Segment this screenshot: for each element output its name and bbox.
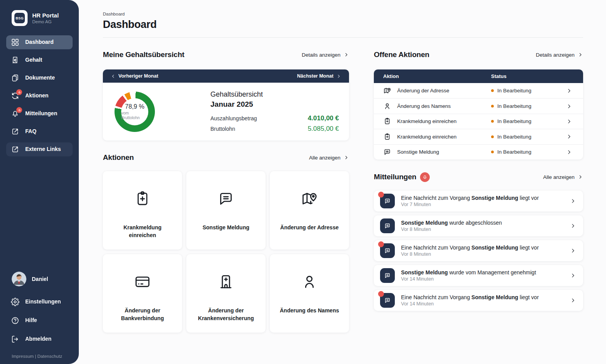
- sidebar-item-gehalt[interactable]: Gehalt: [6, 53, 73, 67]
- open-actions-details-link[interactable]: Details anzeigen: [536, 52, 583, 58]
- chevron-right-icon[interactable]: [566, 133, 572, 140]
- open-action-label: Änderung des Namens: [397, 103, 451, 109]
- open-action-row[interactable]: Krankmeldung einreichen In Bearbeitung: [374, 114, 583, 129]
- sidebar-footer-abmelden[interactable]: Abmelden: [6, 332, 73, 346]
- chevron-right-icon[interactable]: [566, 103, 572, 109]
- message-icon: [380, 218, 395, 233]
- previous-month-button[interactable]: Vorheriger Monat: [111, 73, 158, 79]
- action-card-krankmeldung-einreichen[interactable]: Krankmeldung einreichen: [103, 171, 182, 250]
- clipboard-plus-icon: [134, 190, 151, 208]
- chevron-left-icon: [111, 74, 116, 79]
- action-card-änderung-der-krankenversicherung[interactable]: Änderung der Krankenversicherung: [186, 254, 266, 333]
- message-icon: [380, 243, 395, 258]
- notifications-view-all-link[interactable]: Alle anzeigen: [543, 174, 583, 180]
- chevron-right-icon[interactable]: [566, 149, 572, 155]
- legal-text[interactable]: Impressum | Datenschutz: [12, 354, 62, 359]
- actions-section-title: Aktionen: [103, 153, 134, 162]
- nav-label: Aktionen: [25, 92, 49, 99]
- next-month-label: Nächster Monat: [297, 73, 333, 79]
- salary-row: Auszahlungsbetrag 4.010,00 €: [210, 114, 339, 122]
- action-card-sonstige-meldung[interactable]: Sonstige Meldung: [186, 171, 266, 250]
- status-dot-icon: [491, 120, 494, 123]
- receipt-euro-icon: [11, 56, 19, 64]
- help-icon: [11, 316, 19, 325]
- sidebar-footer-nav: Einstellungen Hilfe Abmelden: [0, 295, 79, 346]
- user-name: Daniel: [32, 276, 48, 282]
- open-action-row[interactable]: Änderung des Namens In Bearbeitung: [374, 98, 583, 113]
- chevron-right-icon[interactable]: [570, 272, 576, 279]
- link-label: Details anzeigen: [536, 52, 575, 58]
- sidebar-item-aktionen[interactable]: Aktionen: [6, 89, 73, 103]
- action-card-änderung-des-namens[interactable]: Änderung des Namens: [270, 254, 349, 333]
- notification-time: Vor 8 Minuten: [401, 251, 570, 257]
- link-label: Alle anzeigen: [309, 155, 340, 161]
- open-actions-table: Aktion Status Änderung der Adresse In Be…: [374, 69, 583, 159]
- status-badge: In Bearbeitung: [491, 149, 566, 155]
- action-card-änderung-der-bankverbindung[interactable]: Änderung der Bankverbindung: [103, 254, 182, 333]
- column-status: Status: [491, 73, 566, 79]
- donut-caption: vom Bruttolohn: [121, 111, 148, 120]
- avatar: [12, 272, 26, 286]
- person-icon: [383, 102, 391, 110]
- sidebar-footer-hilfe[interactable]: Hilfe: [6, 314, 73, 328]
- status-badge: In Bearbeitung: [491, 118, 566, 124]
- link-label: Details anzeigen: [302, 52, 340, 58]
- bell-icon: [422, 175, 427, 180]
- sidebar-item-externe-links[interactable]: Externe Links: [6, 142, 73, 156]
- chevron-right-icon[interactable]: [566, 118, 572, 125]
- user-profile[interactable]: Daniel: [0, 272, 79, 286]
- chevron-right-icon[interactable]: [566, 88, 572, 94]
- chevron-right-icon: [344, 52, 349, 57]
- notification-card[interactable]: Sonstige Meldung wurde vom Management ge…: [374, 265, 583, 286]
- unread-dot: [378, 192, 384, 198]
- sidebar-nav: Dashboard Gehalt Dokumente Aktionen: [0, 35, 79, 156]
- page-title: Dashboard: [103, 19, 583, 31]
- salary-details-link[interactable]: Details anzeigen: [302, 52, 349, 58]
- external-link-icon: [11, 145, 19, 154]
- status-dot-icon: [491, 105, 494, 107]
- chevron-right-icon[interactable]: [570, 198, 576, 204]
- map-pin-icon: [383, 87, 391, 95]
- hospital-icon: [217, 273, 235, 291]
- bell-icon: [18, 109, 21, 112]
- chevron-right-icon[interactable]: [570, 223, 576, 229]
- legal-links[interactable]: Impressum | Datenschutz: [0, 346, 79, 359]
- open-action-row[interactable]: Änderung der Adresse In Bearbeitung: [374, 83, 583, 98]
- action-card-label: Sonstige Meldung: [194, 224, 258, 232]
- status-text: In Bearbeitung: [497, 103, 531, 109]
- notification-title: Eine Nachricht zum Vorgang Sonstige Meld…: [401, 294, 570, 300]
- nav-label: Hilfe: [25, 317, 37, 324]
- sidebar-item-faq[interactable]: FAQ: [6, 125, 73, 139]
- actions-view-all-link[interactable]: Alle anzeigen: [309, 155, 349, 161]
- sidebar-footer-einstellungen[interactable]: Einstellungen: [6, 295, 73, 309]
- notification-card[interactable]: Eine Nachricht zum Vorgang Sonstige Meld…: [374, 191, 583, 211]
- chevron-right-icon[interactable]: [570, 297, 576, 303]
- notification-card[interactable]: Eine Nachricht zum Vorgang Sonstige Meld…: [374, 290, 583, 311]
- nav-label: Einstellungen: [25, 298, 61, 305]
- sidebar: BSG HR Portal Demo AG Dashboard Gehalt: [0, 0, 79, 364]
- message-icon: [380, 293, 395, 308]
- notification-card[interactable]: Eine Nachricht zum Vorgang Sonstige Meld…: [374, 240, 583, 261]
- action-card-label: Änderung des Namens: [271, 307, 347, 315]
- open-action-row[interactable]: Krankmeldung einreichen In Bearbeitung: [374, 129, 583, 144]
- table-header: Aktion Status: [374, 69, 583, 83]
- sidebar-item-dokumente[interactable]: Dokumente: [6, 71, 73, 85]
- bell-icon: [18, 91, 21, 94]
- status-text: In Bearbeitung: [497, 134, 531, 140]
- logout-icon: [11, 335, 19, 343]
- sidebar-item-mitteilungen[interactable]: Mitteilungen: [6, 107, 73, 121]
- open-action-row[interactable]: Sonstige Meldung In Bearbeitung: [374, 144, 583, 159]
- chevron-right-icon[interactable]: [570, 248, 576, 254]
- action-card-änderung-der-adresse[interactable]: Änderung der Adresse: [270, 171, 349, 250]
- next-month-button[interactable]: Nächster Monat: [297, 73, 341, 79]
- notification-card[interactable]: Sonstige Meldung wurde abgeschlossen Vor…: [374, 215, 583, 236]
- logo-icon: BSG: [12, 10, 28, 26]
- status-badge: In Bearbeitung: [491, 103, 566, 109]
- alert-badge: [16, 107, 22, 113]
- sidebar-item-dashboard[interactable]: Dashboard: [6, 35, 73, 49]
- action-card-grid: Krankmeldung einreichen Sonstige Meldung…: [103, 171, 349, 333]
- nav-label: Gehalt: [25, 57, 42, 64]
- nav-label: Abmelden: [25, 336, 52, 343]
- notification-time: Vor 14 Minuten: [401, 276, 570, 282]
- unread-dot: [378, 241, 384, 247]
